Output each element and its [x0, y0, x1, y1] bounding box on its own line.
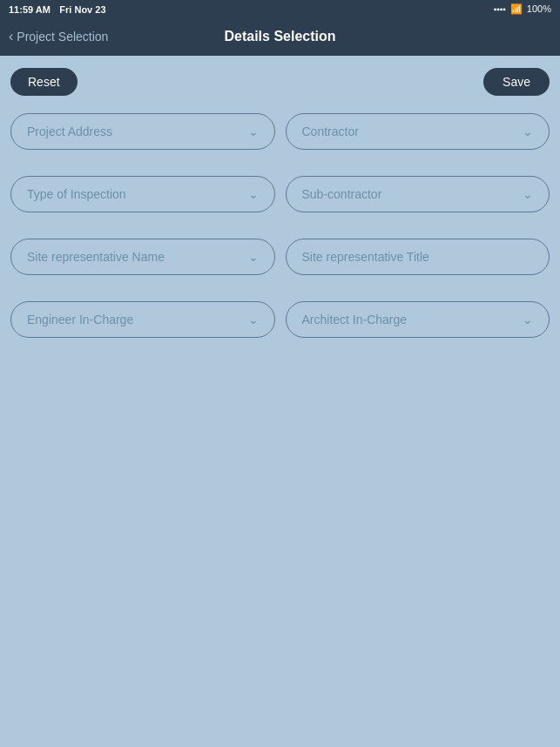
site-rep-title-label: Site representative Title	[302, 250, 429, 264]
form-row-3: Site representative Name ⌄ Site represen…	[10, 239, 550, 275]
main-content: Reset Save Project Address ⌄ Contractor …	[0, 56, 560, 747]
save-button[interactable]: Save	[483, 68, 550, 96]
type-inspection-label: Type of Inspection	[27, 187, 126, 201]
site-rep-name-chevron-icon: ⌄	[248, 250, 259, 264]
form-row-2: Type of Inspection ⌄ Sub-contractor ⌄	[10, 176, 550, 212]
status-time-date: 11:59 AM Fri Nov 23	[9, 1, 106, 17]
contractor-dropdown[interactable]: Contractor ⌄	[286, 113, 550, 150]
sub-contractor-chevron-icon: ⌄	[523, 187, 533, 201]
project-address-chevron-icon: ⌄	[248, 124, 259, 138]
type-inspection-dropdown[interactable]: Type of Inspection ⌄	[10, 176, 275, 212]
architect-incharge-chevron-icon: ⌄	[523, 313, 533, 326]
signal-icon: ▪▪▪▪	[494, 4, 506, 14]
engineer-incharge-chevron-icon: ⌄	[248, 313, 259, 326]
type-inspection-chevron-icon: ⌄	[248, 187, 259, 201]
project-address-dropdown[interactable]: Project Address ⌄	[10, 113, 275, 150]
back-arrow-icon: ‹	[9, 29, 13, 44]
reset-button[interactable]: Reset	[10, 68, 78, 96]
contractor-chevron-icon: ⌄	[523, 124, 533, 138]
site-rep-title-field[interactable]: Site representative Title	[286, 239, 550, 275]
sub-contractor-dropdown[interactable]: Sub-contractor ⌄	[286, 176, 550, 212]
back-button[interactable]: ‹ Project Selection	[9, 29, 108, 44]
toolbar: Reset Save	[10, 68, 550, 96]
status-bar: 11:59 AM Fri Nov 23 ▪▪▪▪ 📶 100%	[0, 0, 560, 17]
status-indicators: ▪▪▪▪ 📶 100%	[494, 3, 551, 15]
site-rep-name-dropdown[interactable]: Site representative Name ⌄	[10, 239, 275, 275]
engineer-incharge-dropdown[interactable]: Engineer In-Charge ⌄	[10, 301, 275, 338]
site-rep-name-label: Site representative Name	[27, 250, 165, 264]
engineer-incharge-label: Engineer In-Charge	[27, 313, 133, 326]
contractor-label: Contractor	[302, 124, 359, 138]
project-address-label: Project Address	[27, 124, 112, 138]
architect-incharge-label: Architect In-Charge	[302, 313, 408, 326]
architect-incharge-dropdown[interactable]: Architect In-Charge ⌄	[286, 301, 550, 338]
status-time: 11:59 AM	[9, 4, 51, 15]
sub-contractor-label: Sub-contractor	[302, 187, 382, 201]
nav-bar: ‹ Project Selection Details Selection	[0, 17, 560, 56]
status-date: Fri Nov 23	[59, 4, 105, 15]
battery-icon: 100%	[527, 3, 551, 14]
back-label: Project Selection	[17, 30, 108, 44]
form-row-1: Project Address ⌄ Contractor ⌄	[10, 113, 550, 150]
wifi-icon: 📶	[510, 3, 523, 15]
form-row-4: Engineer In-Charge ⌄ Architect In-Charge…	[10, 301, 550, 338]
nav-title: Details Selection	[224, 29, 335, 44]
